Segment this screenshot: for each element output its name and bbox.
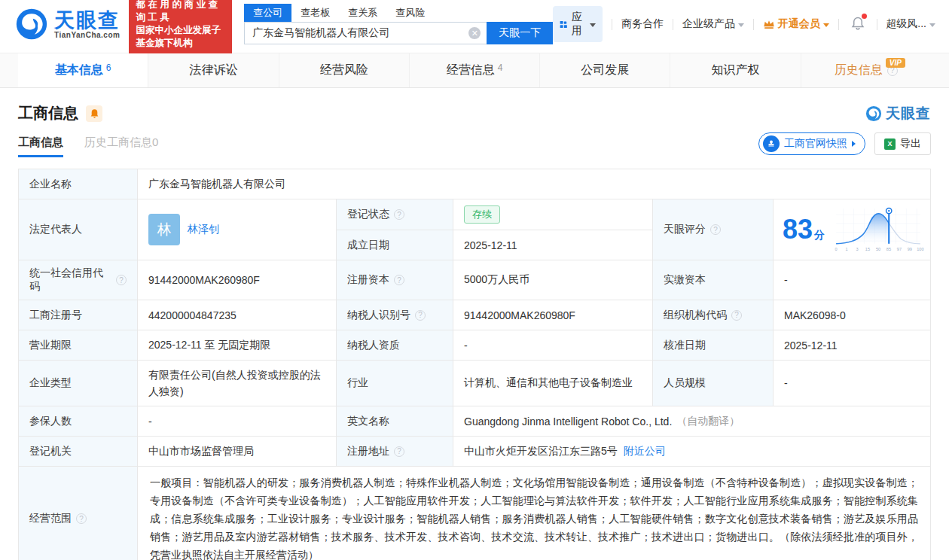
approval-date-value: 2025-12-11: [774, 330, 930, 360]
subtab-business-info[interactable]: 工商信息: [18, 135, 63, 157]
search-button[interactable]: 天眼一下: [487, 22, 553, 44]
search-input[interactable]: [245, 27, 456, 39]
industry-value: 计算机、通信和其他电子设备制造业: [453, 361, 653, 406]
tab-basic-info[interactable]: 基本信息 6: [18, 53, 148, 87]
subscribe-bell-icon[interactable]: [86, 105, 102, 122]
tab-company-development[interactable]: 公司发展: [540, 53, 670, 87]
reg-capital-value: 5000万人民币: [453, 260, 653, 300]
subtab-history-business-info[interactable]: 历史工商信息0: [84, 135, 158, 157]
score-value: 83分: [783, 216, 825, 243]
stamp-icon: [763, 135, 780, 152]
address-text: 中山市火炬开发区沿江东三路5号: [464, 445, 618, 458]
est-date-label: 成立日期: [337, 230, 453, 260]
label-text: 登记状态: [347, 208, 389, 221]
search-tab-risk[interactable]: 查风险: [386, 4, 434, 22]
avatar[interactable]: 林: [148, 214, 180, 245]
address-value: 中山市火炬开发区沿江东三路5号 附近公司: [453, 437, 930, 466]
notification-bell-icon[interactable]: [851, 16, 865, 32]
tab-history-info[interactable]: VIP 历史信息 ?: [801, 53, 931, 87]
tab-operating-risk[interactable]: 经营风险: [279, 53, 410, 87]
search-area: 查公司 查老板 查关系 查风险 ✕ 天眼一下: [244, 5, 553, 44]
promo-banner: 都在用的商业查询工具 国家中小企业发展子基金旗下机构: [129, 0, 232, 53]
legal-rep-cell: 林 林泽钊: [138, 199, 337, 260]
address-label: 注册地址?: [337, 437, 453, 466]
help-icon[interactable]: ?: [394, 446, 404, 457]
label-text: 纳税人识别号: [347, 309, 410, 322]
staff-size-value: -: [774, 361, 930, 406]
tab-legal-proceedings[interactable]: 法律诉讼: [148, 53, 279, 87]
svg-text:15: 15: [865, 247, 870, 251]
notification-dot: [862, 14, 867, 19]
search-tab-boss[interactable]: 查老板: [291, 4, 339, 22]
nav-super-risk[interactable]: 超级风...: [886, 17, 935, 31]
chevron-down-icon: [590, 23, 596, 27]
auto-translate-note: （自动翻译）: [676, 415, 740, 428]
main-content: 工商信息 天眼查 工商信息 历史工商信息0: [0, 88, 949, 560]
table-row: 参保人数 - 英文名称 Guangdong Jinma Intelligent …: [19, 406, 930, 437]
tianyancha-swirl-icon: [865, 105, 882, 122]
help-icon[interactable]: ?: [76, 513, 87, 524]
help-icon[interactable]: ?: [415, 310, 426, 321]
reg-status-cell: 存续: [453, 199, 652, 230]
svg-text:1: 1: [845, 247, 847, 251]
nearby-companies-link[interactable]: 附近公司: [624, 445, 666, 458]
insured-label: 参保人数: [19, 406, 138, 436]
nav-enterprise-products[interactable]: 企业级产品: [682, 17, 744, 31]
search-tab-company[interactable]: 查公司: [244, 4, 291, 22]
search-tab-relation[interactable]: 查关系: [339, 4, 386, 22]
svg-text:97: 97: [897, 247, 902, 251]
help-icon[interactable]: ?: [394, 209, 404, 220]
snapshot-label: 工商官网快照: [784, 137, 847, 151]
tab-label: 基本信息: [55, 62, 103, 78]
credit-code-label: 统一社会信用代码?: [19, 260, 138, 300]
nav-open-membership[interactable]: 开通会员: [763, 17, 829, 31]
taxpayer-quality-label: 纳税人资质: [337, 330, 453, 360]
legal-rep-label: 法定代表人: [19, 199, 138, 260]
clear-search-icon[interactable]: ✕: [468, 27, 481, 39]
help-icon[interactable]: ?: [710, 224, 721, 235]
insured-value: -: [138, 406, 337, 436]
business-term-value: 2025-12-11 至 无固定期限: [138, 330, 337, 360]
tab-label: 经营风险: [320, 62, 368, 78]
company-name-value: 广东金马智能机器人有限公司: [138, 169, 930, 199]
table-row: 统一社会信用代码? 91442000MAK260980F 注册资本? 5000万…: [19, 260, 930, 300]
est-date-value: 2025-12-11: [453, 230, 652, 260]
export-button[interactable]: X 导出: [874, 132, 931, 155]
help-icon[interactable]: ?: [394, 275, 404, 285]
paid-capital-label: 实缴资本: [653, 260, 774, 300]
help-icon[interactable]: ?: [116, 275, 127, 285]
nav-cooperation[interactable]: 商务合作: [621, 17, 664, 31]
legal-rep-link[interactable]: 林泽钊: [188, 223, 219, 236]
status-badge: 存续: [464, 205, 500, 224]
company-tab-bar: 基本信息 6 法律诉讼 经营风险 经营信息 4 公司发展 知识产权 VIP 历史…: [0, 53, 949, 88]
subtab-count: 0: [152, 135, 158, 148]
tianyancha-logo[interactable]: 天眼查 TianYanCha.com: [15, 8, 120, 41]
tab-operating-info[interactable]: 经营信息 4: [410, 53, 540, 87]
official-snapshot-button[interactable]: 工商官网快照: [758, 132, 865, 155]
export-label: 导出: [900, 137, 921, 151]
business-info-table: 企业名称 广东金马智能机器人有限公司 法定代表人 林 林泽钊 登记状态? 存续: [18, 169, 931, 560]
reg-authority-value: 中山市市场监督管理局: [138, 437, 337, 466]
company-type-value: 有限责任公司(自然人投资或控股的法人独资): [138, 361, 337, 406]
apps-label: 应用: [572, 11, 587, 38]
apps-menu[interactable]: 应用: [553, 6, 603, 42]
score-label: 天眼评分?: [653, 199, 774, 260]
help-icon[interactable]: ?: [731, 310, 742, 321]
taxpayer-id-value: 91442000MAK260980F: [453, 300, 653, 330]
label-text: 注册地址: [347, 445, 389, 458]
table-row: 企业类型 有限责任公司(自然人投资或控股的法人独资) 行业 计算机、通信和其他电…: [19, 361, 930, 406]
svg-text:100: 100: [917, 247, 923, 251]
watermark-label: 天眼查: [886, 104, 931, 123]
arrow-right-icon: [852, 141, 856, 147]
svg-text:85: 85: [886, 247, 891, 251]
table-row: 企业名称 广东金马智能机器人有限公司: [19, 169, 930, 199]
score-cell: 83分: [774, 199, 930, 260]
tab-intellectual-property[interactable]: 知识产权: [670, 53, 801, 87]
chevron-down-icon: [823, 23, 829, 27]
divider: [612, 19, 612, 30]
company-name-label: 企业名称: [19, 169, 138, 199]
table-row: 营业期限 2025-12-11 至 无固定期限 纳税人资质 - 核准日期 202…: [19, 330, 930, 361]
super-risk-label: 超级风...: [886, 17, 926, 31]
promo-line2: 国家中小企业发展子基金旗下机构: [136, 24, 225, 50]
staff-size-label: 人员规模: [653, 361, 774, 406]
